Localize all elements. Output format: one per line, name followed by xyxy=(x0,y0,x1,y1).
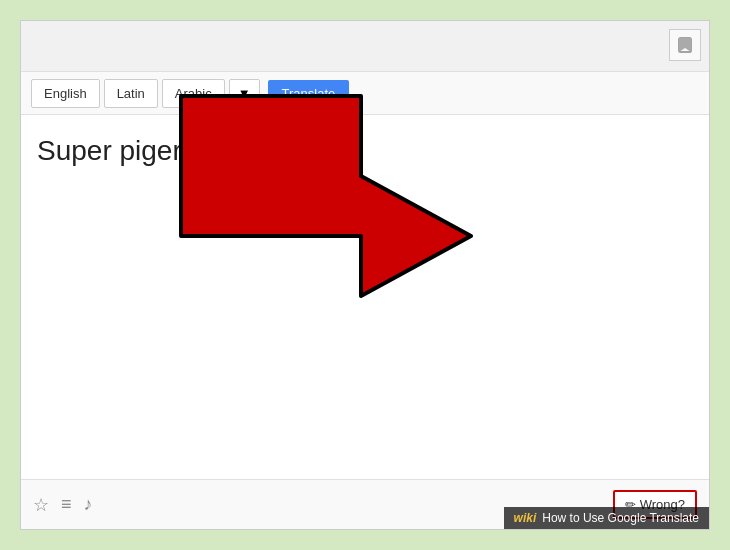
svg-marker-1 xyxy=(679,38,691,52)
lang-btn-english[interactable]: English xyxy=(31,79,100,108)
screenshot-container: English Latin Arabic ▼ Translate Super p… xyxy=(20,20,710,530)
language-bar: English Latin Arabic ▼ Translate xyxy=(21,71,709,115)
list-icon[interactable]: ≡ xyxy=(61,494,72,515)
translate-button[interactable]: Translate xyxy=(268,80,350,107)
lang-btn-arabic[interactable]: Arabic xyxy=(162,79,225,108)
action-icons: ☆ ≡ ♪ xyxy=(33,494,93,516)
lang-dropdown[interactable]: ▼ xyxy=(229,79,260,108)
footer-text: How to Use Google Translate xyxy=(542,511,699,525)
result-area: Super piger c... xyxy=(21,115,709,479)
sound-icon[interactable]: ♪ xyxy=(84,494,93,515)
result-text: Super piger c... xyxy=(37,135,227,166)
wiki-logo: wiki xyxy=(514,511,537,525)
star-icon[interactable]: ☆ xyxy=(33,494,49,516)
lang-btn-latin[interactable]: Latin xyxy=(104,79,158,108)
wikihow-footer: wiki How to Use Google Translate xyxy=(504,507,709,529)
bookmark-icon[interactable] xyxy=(669,29,701,61)
